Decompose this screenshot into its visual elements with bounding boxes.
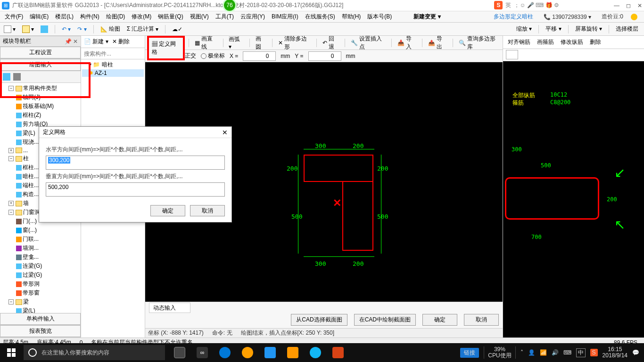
pan-button[interactable]: 平移 ▾ [545,25,561,33]
h-spacing-input[interactable]: 300,200 [46,156,225,170]
tray-clock[interactable]: 16:15 2018/9/14 [603,346,627,359]
menu-edit[interactable]: 编辑(E) [27,12,51,22]
start-button[interactable] [0,343,23,362]
tree-niche[interactable]: 壁龛... [23,253,39,261]
import-button[interactable]: 📥 导入 [396,34,418,52]
minimize-icon[interactable]: — [614,2,619,9]
tree-col-2[interactable]: 端柱... [23,181,39,189]
tree-column[interactable]: 柱 [23,155,29,163]
rotate-button[interactable]: 屏幕旋转 ▾ [575,25,602,33]
tree-strip-hole[interactable]: 带形洞 [23,280,40,288]
tray-keyboard-icon[interactable]: ⌨ [563,349,571,356]
app-browser[interactable]: ∞ [191,343,213,362]
tab-align-rebar[interactable]: 对齐钢筋 [508,38,530,46]
draw-arc-button[interactable]: 画弧 ▾ [227,34,246,51]
tray-ime[interactable]: 中 [576,348,586,357]
dynamic-input-toggle[interactable]: 动态输入 [149,303,190,313]
menu-modify[interactable]: 修改(M) [129,12,154,22]
tab-modify-long[interactable]: 修改纵筋 [561,38,583,46]
ime-lang[interactable]: 英 [505,1,511,9]
app-360[interactable] [237,343,258,362]
tree-door[interactable]: 门(...) [23,217,37,225]
v-spacing-input[interactable]: 500,200 [46,182,225,197]
menu-view[interactable]: 视图(V) [187,12,212,22]
tree-collapse-icon[interactable] [13,73,21,81]
tree-doorwin[interactable]: 门联... [23,235,39,243]
sogou-icon[interactable]: S [494,1,503,9]
draw-circle-button[interactable]: 画圆 [254,34,268,52]
taskbar-search[interactable]: 在这里输入你要搜索的内容 [24,345,165,360]
btn-project-settings[interactable]: 工程设置 [0,47,81,58]
list-item[interactable]: ✸ AZ-1 [82,69,144,77]
menu-floor[interactable]: 楼层(L) [52,12,76,22]
task-view-icon[interactable] [169,343,190,362]
tab-delete[interactable]: 删除 [590,38,601,46]
tree-col-0[interactable]: 框柱... [23,164,39,172]
tree-col-1[interactable]: 暗柱... [23,173,39,181]
panel-close-icon[interactable]: ✕ [73,38,78,45]
app-notes[interactable] [282,343,304,362]
menu-cloud[interactable]: 云应用(Y) [238,12,268,22]
tree-framecol[interactable]: 框柱(Z) [23,111,41,119]
btn-draw-input[interactable]: 绘图输入 [0,59,81,71]
app-edge[interactable] [214,343,236,362]
tray-network-icon[interactable]: 📶 [540,349,547,356]
select-floor-button[interactable]: 选择楼层 [616,25,638,33]
export-button[interactable]: 📤 导出 [426,34,449,52]
tree-castinplace[interactable]: 现浇... [23,138,39,146]
menu-element[interactable]: 构件(N) [77,12,102,22]
tree-window[interactable]: 窗(...) [23,226,37,234]
draw-line-button[interactable]: ▦ 画直线 [193,34,219,52]
back-button[interactable]: ↶ 回退 [321,34,341,52]
cloud-check-icon[interactable]: ☁✓ [170,25,184,33]
list-group[interactable]: ▾ 📁 暗柱 [82,60,144,69]
rebar-dropdown[interactable] [506,50,518,59]
dialog-ok-button[interactable]: 确定 [150,205,185,216]
phone-label[interactable]: 📞 13907298339 ▾ [541,13,594,21]
app-wps[interactable] [327,343,349,362]
tree-lintel2[interactable]: 过梁(G) [23,271,42,279]
tree-expand-icon[interactable] [3,73,10,81]
menu-online[interactable]: 在线服务(S) [302,12,338,22]
from-cad-button[interactable]: 从CAD选择截面图 [291,314,347,326]
tree-root[interactable]: 常用构件类型 [23,84,57,92]
tree-axis[interactable]: 轴网(J) [23,93,41,101]
redo-button[interactable]: ↷ ▾ [75,25,88,33]
draw-in-cad-button[interactable]: 在CAD中绘制截面图 [354,314,416,326]
clear-poly-button[interactable]: ✕ 清除多边形 [276,34,313,52]
tree-liang-0[interactable]: 梁(L) [23,307,35,313]
app-ggj[interactable] [259,343,281,362]
new-button[interactable]: ▾ [2,25,17,34]
app-qq[interactable] [305,343,326,362]
zoom-button[interactable]: 缩放 ▾ [516,25,532,33]
tray-volume-icon[interactable]: 🔊 [552,349,559,356]
undo-button[interactable]: ↶ ▾ [60,25,73,33]
dialog-cancel-button[interactable]: 取消 [190,205,225,216]
tree-wall[interactable]: 墙 [23,199,29,207]
tray-link[interactable]: 链接 [460,348,479,358]
menu-bim[interactable]: BIM应用(I) [269,12,301,22]
tree-strip-win[interactable]: 带形窗 [23,289,40,297]
btn-single-input[interactable]: 单构件输入 [0,313,81,325]
menu-tools[interactable]: 工具(T) [213,12,237,22]
draw-button[interactable]: 📐 绘图 [99,24,122,34]
new-element-button[interactable]: 📄 新建 ▾ [84,38,108,46]
radio-polar[interactable]: 极坐标 [201,52,225,60]
menu-file[interactable]: 文件(F) [2,12,26,22]
ime-icons[interactable]: ；☺ 🎤 ⌨ 🎁 ⚙ [514,1,559,9]
menu-help[interactable]: 帮助(H) [339,12,364,22]
close-icon[interactable]: ✕ [637,2,642,9]
open-button[interactable]: ▾ [20,25,36,34]
search-input[interactable] [81,48,145,59]
tray-sogou-icon[interactable]: S [590,349,598,356]
tray-up-icon[interactable]: ˄ [520,349,523,356]
ok-button[interactable]: 确定 [422,314,457,326]
cpu-meter[interactable]: 39% CPU使用 [484,346,515,359]
tray-people-icon[interactable]: 👤 [528,349,535,356]
tree-lintel1[interactable]: 连梁(G) [23,262,42,270]
tab-draw-stirrup[interactable]: 画箍筋 [537,38,554,46]
x-input[interactable] [243,51,276,61]
tree-liang[interactable]: 梁 [23,298,29,306]
tree-col-3[interactable]: 构造... [23,190,39,198]
save-button[interactable] [39,25,50,34]
